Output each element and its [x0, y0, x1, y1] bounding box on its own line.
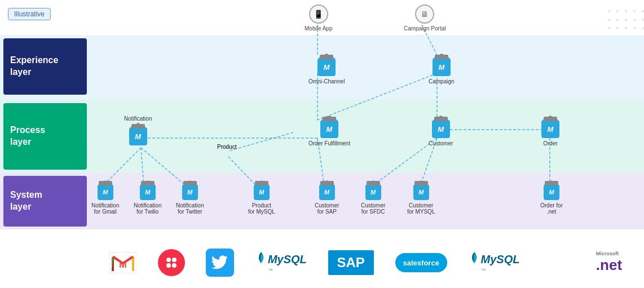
experience-label-text: Experiencelayer	[10, 55, 58, 78]
svg-point-21	[608, 19, 610, 21]
svg-point-16	[608, 10, 610, 12]
mobile-app-icon: 📱	[309, 5, 328, 24]
salesforce-logo: salesforce	[395, 249, 447, 277]
customer-mysql-node: M Customerfor MYSQL	[407, 180, 435, 215]
notif-gmail-icon: M	[98, 184, 113, 200]
notif-twilio-label: Notificationfor Twilio	[134, 202, 161, 215]
mobile-app-node: 📱 Mobile App	[305, 5, 332, 32]
system-label: Systemlayer	[3, 176, 87, 227]
notif-twitter-icon: M	[182, 184, 198, 200]
process-label-text: Processlayer	[10, 125, 45, 148]
customer-sfdc-label: Customerfor SFDC	[361, 202, 385, 215]
notif-twitter-node: M Notificationfor Twitter	[176, 180, 204, 215]
svg-point-17	[616, 10, 619, 12]
campaign-portal-node: 🖥 Campaign Portal	[404, 5, 445, 32]
svg-text:M: M	[119, 260, 126, 269]
sap-text: SAP	[337, 255, 365, 270]
customer-sfdc-node: M Customerfor SFDC	[361, 180, 385, 215]
omni-channel-label: Omni-Channel	[308, 78, 345, 85]
svg-point-35	[166, 263, 171, 268]
omni-channel-icon: M	[317, 58, 336, 76]
customer-sap-icon: M	[319, 184, 335, 200]
customer-node: M Customer	[429, 116, 453, 147]
svg-point-23	[625, 19, 627, 21]
svg-point-33	[166, 258, 171, 262]
notif-twitter-label: Notificationfor Twitter	[176, 202, 204, 215]
customer-icon: M	[432, 120, 450, 138]
customer-mysql-label: Customerfor MYSQL	[407, 202, 435, 215]
experience-label: Experiencelayer	[3, 38, 87, 95]
campaign-node: M Campaign	[429, 54, 455, 85]
campaign-portal-label: Campaign Portal	[404, 25, 445, 32]
omni-channel-node: M Omni-Channel	[308, 54, 345, 85]
notif-gmail-node: M Notificationfor Gmail	[91, 180, 119, 215]
order-icon: M	[541, 120, 559, 138]
svg-point-22	[616, 19, 619, 21]
notification-node: Notification M	[124, 116, 152, 145]
svg-point-28	[625, 27, 627, 29]
order-net-node: M Order for.net	[540, 180, 563, 215]
svg-point-36	[172, 263, 177, 268]
svg-point-24	[633, 19, 636, 21]
order-net-label: Order for.net	[540, 202, 563, 215]
customer-sfdc-icon: M	[365, 184, 381, 200]
order-node: M Order	[541, 116, 559, 147]
svg-point-18	[625, 10, 627, 12]
empty-space	[541, 249, 575, 277]
logos-bar: M	[87, 237, 644, 288]
svg-point-29	[633, 27, 636, 29]
notif-gmail-label: Notificationfor Gmail	[91, 202, 119, 215]
svg-point-34	[172, 258, 177, 262]
gmail-logo: M	[109, 249, 136, 277]
notification-label-top: Notification	[124, 116, 152, 122]
customer-sap-node: M Customerfor SAP	[315, 180, 339, 215]
svg-point-30	[642, 27, 644, 29]
campaign-label: Campaign	[429, 78, 455, 85]
campaign-icon: M	[433, 58, 451, 76]
mysql1-logo: MySQL ™	[255, 249, 307, 277]
product-mysql-label: Productfor MySQL	[248, 202, 275, 215]
svg-point-26	[608, 27, 610, 29]
svg-point-20	[642, 10, 644, 12]
customer-label: Customer	[429, 140, 453, 147]
twitter-logo	[206, 249, 234, 277]
order-fulfillment-node: M Order Fulfillment	[308, 116, 350, 147]
product-mysql-icon: M	[254, 184, 270, 200]
notif-twilio-icon: M	[140, 184, 156, 200]
process-label: Processlayer	[3, 103, 87, 170]
order-net-icon: M	[544, 184, 559, 200]
mysql2-logo: MySQL ™	[469, 249, 520, 277]
svg-point-25	[642, 19, 644, 21]
order-label: Order	[543, 140, 558, 147]
product-label: Product	[217, 144, 236, 150]
system-label-text: Systemlayer	[10, 189, 42, 213]
illustrative-badge: Illustrative	[8, 8, 51, 20]
main-container: Illustrative Experiencelayer Processlaye…	[0, 0, 644, 288]
svg-point-27	[616, 27, 619, 29]
svg-point-19	[633, 10, 636, 12]
mobile-app-label: Mobile App	[305, 25, 332, 32]
customer-mysql-icon: M	[413, 184, 429, 200]
order-fulfillment-icon: M	[320, 120, 338, 138]
salesforce-text: salesforce	[403, 259, 439, 267]
notif-twilio-node: M Notificationfor Twilio	[134, 180, 161, 215]
customer-sap-label: Customerfor SAP	[315, 202, 339, 215]
product-mysql-node: M Productfor MySQL	[248, 180, 275, 215]
order-fulfillment-label: Order Fulfillment	[308, 140, 350, 147]
sap-logo: SAP	[328, 249, 374, 277]
twilio-logo	[158, 249, 185, 277]
notification-icon: M	[129, 127, 147, 145]
dotnet-logo: Microsoft .net	[596, 249, 622, 277]
campaign-portal-icon: 🖥	[415, 5, 434, 24]
